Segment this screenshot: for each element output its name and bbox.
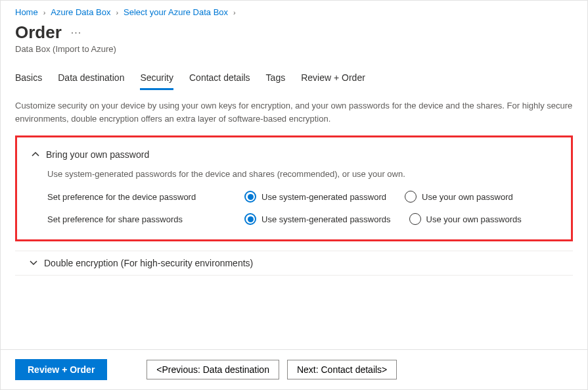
previous-button[interactable]: <Previous: Data destination [147, 360, 279, 379]
tab-review-order[interactable]: Review + Order [301, 68, 365, 90]
radio-label: Use your own passwords [426, 214, 522, 224]
tabs: Basics Data destination Security Contact… [15, 68, 573, 90]
accordion-header-password[interactable]: Bring your own password [32, 149, 556, 160]
footer: Review + Order <Previous: Data destinati… [1, 349, 587, 389]
radio-device-own-password[interactable]: Use your own password [405, 191, 513, 203]
radio-label: Use your own password [422, 192, 513, 202]
breadcrumb-link-select-data-box[interactable]: Select your Azure Data Box [124, 7, 228, 17]
accordion-header-double-encryption[interactable]: Double encryption (For high-security env… [15, 251, 573, 276]
share-password-label: Set preference for share passwords [47, 214, 244, 224]
radio-device-system-generated[interactable]: Use system-generated password [244, 191, 386, 203]
intro-text: Customize security on your device by usi… [15, 99, 573, 125]
page-title: Order [15, 22, 62, 43]
chevron-right-icon: › [233, 9, 236, 16]
breadcrumb-link-home[interactable]: Home [15, 7, 38, 17]
tab-tags[interactable]: Tags [266, 68, 286, 90]
tab-data-destination[interactable]: Data destination [58, 68, 124, 90]
device-password-row: Set preference for the device password U… [47, 191, 556, 203]
radio-share-own-password[interactable]: Use your own passwords [409, 213, 522, 225]
review-order-button[interactable]: Review + Order [15, 359, 107, 380]
more-icon[interactable]: ··· [71, 27, 81, 39]
accordion-title-double-encryption: Double encryption (For high-security env… [44, 258, 253, 268]
chevron-up-icon [32, 151, 39, 158]
accordion-title-password: Bring your own password [46, 149, 149, 160]
device-password-label: Set preference for the device password [47, 192, 244, 202]
page-subtitle: Data Box (Import to Azure) [15, 44, 573, 54]
radio-label: Use system-generated passwords [261, 214, 391, 224]
radio-label: Use system-generated password [261, 192, 386, 202]
chevron-down-icon [30, 258, 37, 268]
chevron-right-icon: › [43, 9, 46, 16]
chevron-right-icon: › [116, 9, 118, 16]
tab-basics[interactable]: Basics [15, 68, 42, 90]
next-button[interactable]: Next: Contact details> [287, 360, 397, 379]
breadcrumb-link-azure-data-box[interactable]: Azure Data Box [51, 7, 110, 17]
breadcrumb: Home › Azure Data Box › Select your Azur… [15, 6, 573, 21]
tab-contact-details[interactable]: Contact details [189, 68, 250, 90]
share-password-row: Set preference for share passwords Use s… [47, 213, 556, 225]
tab-security[interactable]: Security [140, 68, 173, 90]
radio-share-system-generated[interactable]: Use system-generated passwords [244, 213, 391, 225]
password-section-description: Use system-generated passwords for the d… [47, 169, 556, 179]
bring-your-own-password-section: Bring your own password Use system-gener… [15, 135, 573, 241]
